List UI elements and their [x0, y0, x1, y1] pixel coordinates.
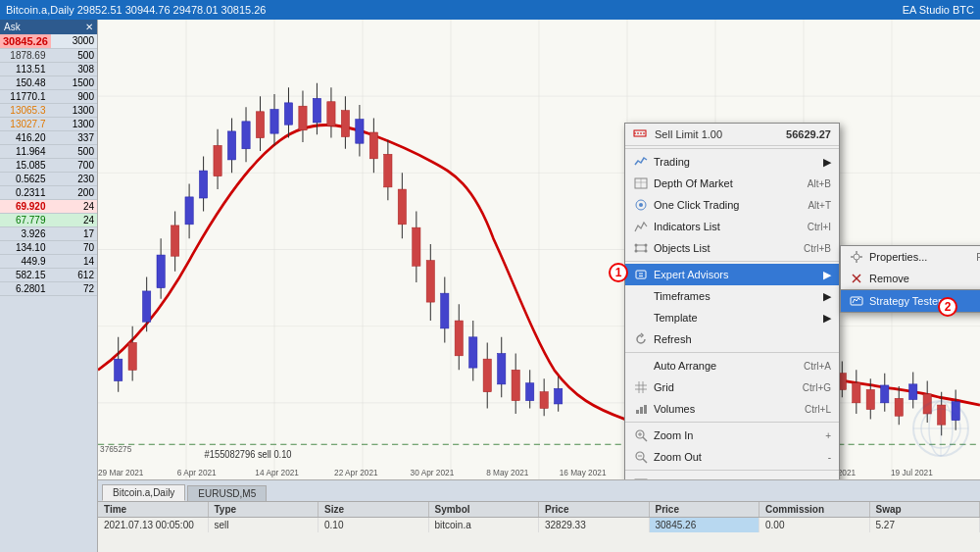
- svg-text:29 Mar 2021: 29 Mar 2021: [98, 467, 144, 477]
- tab-eurusd-m5[interactable]: EURUSD,M5: [187, 485, 267, 501]
- save-as-picture-icon: [633, 476, 649, 479]
- svg-line-157: [643, 459, 647, 463]
- svg-rect-142: [636, 271, 646, 278]
- strategy-tester-label: Strategy Tester: [869, 295, 980, 307]
- chart-tabs: Bitcoin.a,Daily EURUSD,M5: [98, 479, 980, 501]
- template-submenu[interactable]: Strategy Tester F6: [840, 289, 980, 313]
- ask-row-2: 1878.69 500: [0, 49, 97, 63]
- svg-point-140: [635, 250, 638, 253]
- ask-row-1: 30845.26 3000: [0, 34, 97, 49]
- volumes-label: Volumes: [654, 403, 797, 415]
- template-label: Template: [654, 312, 819, 324]
- circle-label-2: 2: [938, 297, 957, 317]
- grid-icon: [633, 379, 649, 395]
- svg-point-138: [635, 244, 638, 247]
- zoom-out-item[interactable]: Zoom Out -: [625, 446, 839, 468]
- save-as-picture-item[interactable]: Save As Picture...: [625, 473, 839, 479]
- ask-row-10: 15.085 700: [0, 159, 97, 173]
- svg-rect-60: [426, 261, 434, 302]
- volumes-item[interactable]: Volumes Ctrl+L: [625, 398, 839, 420]
- ea-arrow: ▶: [823, 269, 831, 281]
- ask-row-3: 113.51 308: [0, 63, 97, 76]
- svg-rect-74: [526, 383, 534, 401]
- indicators-shortcut: Ctrl+I: [808, 222, 831, 232]
- svg-point-141: [645, 250, 648, 253]
- svg-rect-151: [644, 405, 647, 414]
- svg-rect-102: [909, 384, 917, 400]
- chart-canvas[interactable]: #155082796 sell 0.10 29 Mar 2021 6 Apr 2…: [98, 20, 980, 479]
- svg-text:8 May 2021: 8 May 2021: [486, 467, 528, 477]
- ask-header: Ask ✕: [0, 20, 97, 34]
- svg-rect-16: [115, 359, 122, 380]
- context-menu-primary[interactable]: Sell Limit 1.00 56629.27 Trading ▶: [624, 123, 840, 479]
- ask-row-17: 449.9 14: [0, 255, 97, 269]
- ea-remove-icon: [849, 271, 864, 286]
- svg-rect-137: [636, 245, 646, 251]
- svg-text:22 Apr 2021: 22 Apr 2021: [334, 467, 378, 477]
- trading-arrow: ▶: [823, 156, 831, 169]
- auto-arrange-item[interactable]: Auto Arrange Ctrl+A: [625, 355, 839, 376]
- grid-item[interactable]: Grid Ctrl+G: [625, 376, 839, 398]
- svg-rect-52: [369, 132, 377, 159]
- app-title: EA Studio BTC: [903, 4, 974, 16]
- svg-point-136: [639, 203, 643, 207]
- one-click-trading-item[interactable]: One Click Trading Alt+T: [625, 194, 839, 216]
- svg-rect-36: [256, 112, 264, 138]
- refresh-icon: [633, 331, 649, 347]
- timeframes-arrow: ▶: [823, 290, 831, 303]
- svg-rect-46: [327, 102, 335, 126]
- timeframes-item[interactable]: Timeframes ▶: [625, 285, 839, 307]
- svg-point-139: [645, 244, 648, 247]
- ea-submenu[interactable]: Properties... F7 Remove: [840, 245, 980, 290]
- svg-rect-150: [640, 407, 643, 414]
- svg-rect-54: [384, 154, 392, 187]
- th-swap: Swap: [870, 502, 981, 517]
- svg-rect-100: [895, 398, 903, 416]
- strategy-tester-item[interactable]: Strategy Tester F6: [841, 290, 980, 312]
- ea-watermark: [911, 399, 970, 460]
- ea-properties-item[interactable]: Properties... F7: [841, 246, 980, 268]
- svg-point-170: [854, 254, 859, 260]
- ea-properties-icon: [849, 249, 864, 265]
- indicators-list-item[interactable]: Indicators List Ctrl+I: [625, 216, 839, 237]
- ask-row-11: 0.5625 230: [0, 173, 97, 186]
- zoom-in-shortcut: +: [825, 430, 831, 441]
- sell-limit-item[interactable]: Sell Limit 1.00 56629.27: [625, 124, 839, 146]
- trade-table: Time Type Size Symbol Price Price Commis…: [98, 501, 980, 552]
- ea-remove-item[interactable]: Remove: [841, 268, 980, 289]
- close-icon[interactable]: ✕: [85, 22, 93, 32]
- svg-rect-18: [128, 342, 136, 370]
- tab-bitcoin-daily[interactable]: Bitcoin.a,Daily: [102, 484, 185, 501]
- strategy-tester-icon: [849, 293, 864, 309]
- chart-area[interactable]: #155082796 sell 0.10 29 Mar 2021 6 Apr 2…: [98, 20, 980, 552]
- svg-text:16 May 2021: 16 May 2021: [560, 467, 607, 477]
- svg-rect-94: [853, 383, 860, 403]
- svg-rect-56: [398, 189, 406, 225]
- svg-rect-20: [143, 291, 151, 322]
- refresh-item[interactable]: Refresh: [625, 328, 839, 350]
- main-container: Bitcoin.a,Daily 29852.51 30944.76 29478.…: [0, 0, 980, 552]
- svg-text:#155082796 sell 0.10: #155082796 sell 0.10: [205, 448, 292, 459]
- depth-of-market-label: Depth Of Market: [654, 177, 800, 189]
- template-item[interactable]: Template ▶: [625, 307, 839, 328]
- th-size: Size: [318, 502, 429, 517]
- th-commission: Commission: [760, 502, 870, 517]
- one-click-label: One Click Trading: [654, 199, 800, 211]
- expert-advisors-item[interactable]: Expert Advisors ▶: [625, 264, 839, 285]
- sell-limit-icon: [633, 126, 649, 142]
- ask-row-9: 11.964 500: [0, 145, 97, 159]
- separator-1: [625, 148, 839, 149]
- th-price-open: Price: [539, 502, 650, 517]
- separator-5: [625, 470, 839, 471]
- ea-remove-label: Remove: [869, 273, 980, 284]
- depth-of-market-item[interactable]: Depth Of Market Alt+B: [625, 173, 839, 194]
- svg-rect-72: [512, 370, 519, 400]
- objects-list-item[interactable]: Objects List Ctrl+B: [625, 237, 839, 259]
- one-click-icon: [633, 197, 649, 213]
- td-symbol: bitcoin.a: [429, 518, 540, 532]
- volumes-shortcut: Ctrl+L: [805, 404, 831, 415]
- one-click-shortcut: Alt+T: [808, 200, 831, 211]
- zoom-in-item[interactable]: Zoom In +: [625, 425, 839, 446]
- trading-menu-item[interactable]: Trading ▶: [625, 151, 839, 173]
- title-bar: Bitcoin.a,Daily 29852.51 30944.76 29478.…: [0, 0, 980, 20]
